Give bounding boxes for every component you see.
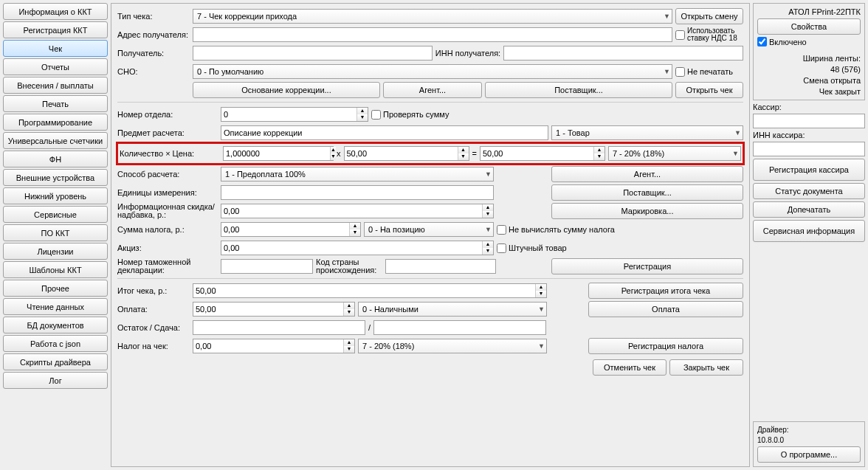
reg-total-button[interactable]: Регистрация итога чека [588,283,743,299]
sidebar-item-14[interactable]: Шаблоны ККТ [3,261,108,278]
check-sum-checkbox[interactable]: Проверять сумму [371,110,449,120]
service-info-button[interactable]: Сервисная информация [753,220,865,242]
close-check-button[interactable]: Закрыть чек [669,359,743,376]
chevron-down-icon: ▼ [732,150,739,157]
recipient-input[interactable] [193,46,433,61]
no-print-checkbox[interactable]: Не печатать [675,67,743,77]
tax-check-spinner[interactable]: ▲▼ [193,339,355,353]
sidebar-item-9[interactable]: Внешние устройства [3,169,108,186]
tape-width-value: 48 (576) [757,65,861,74]
sum-spinner[interactable]: ▲▼ [480,146,605,161]
cancel-check-button[interactable]: Отменить чек [593,359,666,376]
sidebar-item-7[interactable]: Универсальные счетчики [3,132,108,149]
customs-decl-input[interactable] [221,259,313,274]
inn-cashier-label: ИНН кассира: [753,131,865,139]
subject-type-combo[interactable]: 1 - Товар▼ [551,125,743,140]
chevron-down-icon: ▼ [734,129,741,136]
correction-basis-button[interactable]: Основание коррекции... [193,82,380,98]
check-type-combo[interactable]: 7 - Чек коррекции прихода▼ [193,9,672,24]
units-input[interactable] [221,185,494,200]
qty-price-label: Количество × Цена: [120,149,220,158]
enabled-checkbox[interactable]: Включено [757,37,861,46]
sidebar-item-2[interactable]: Чек [3,40,108,57]
change-right-input[interactable] [373,320,546,335]
sidebar-item-19[interactable]: Скрипты драйвера [3,353,108,370]
tax-pos-combo[interactable]: 0 - На позицию▼ [364,222,494,237]
sidebar-item-18[interactable]: Работа с json [3,335,108,352]
no-calc-tax-checkbox[interactable]: Не вычислять сумму налога [497,225,615,235]
price-spinner[interactable]: ▲▼ [344,146,469,161]
sidebar-item-10[interactable]: Нижний уровень [3,187,108,204]
excise-label: Акциз: [117,243,218,252]
inn-recipient-label: ИНН получателя: [435,49,500,58]
cashier-input[interactable] [753,114,865,128]
chevron-down-icon: ▼ [485,170,492,178]
tax-type-combo[interactable]: 7 - 20% (18%)▼ [358,339,547,353]
use-nds18-checkbox[interactable]: Использовать ставку НДС 18 [675,27,743,42]
registration-button[interactable]: Регистрация [551,258,743,274]
reg-cashier-button[interactable]: Регистрация кассира [753,159,865,181]
inn-cashier-input[interactable] [753,142,865,156]
sidebar-item-8[interactable]: ФН [3,151,108,167]
country-code-label: Код страны происхождения: [316,258,382,274]
change-label: Остаток / Сдача: [117,323,190,332]
sidebar-item-17[interactable]: БД документов [3,317,108,334]
recipient-label: Получатель: [117,49,190,58]
payment-spinner[interactable]: ▲▼ [193,302,355,317]
open-check-button[interactable]: Открыть чек [675,82,743,98]
about-button[interactable]: О программе... [757,446,861,463]
device-name: АТОЛ FPrint-22ПТК [757,7,861,16]
country-code-input[interactable] [385,259,496,274]
sidebar-item-0[interactable]: Информация о ККТ [3,3,108,20]
customs-decl-label: Номер таможенной декларации: [117,258,218,274]
change-left-input[interactable] [193,320,365,335]
recipient-addr-input[interactable] [193,27,672,42]
sidebar-item-11[interactable]: Сервисные [3,206,108,223]
marking-button[interactable]: Маркировка... [551,203,743,219]
sidebar-item-16[interactable]: Чтение данных [3,298,108,315]
inn-recipient-input[interactable] [503,46,743,61]
properties-button[interactable]: Свойства [757,18,861,35]
payment-button[interactable]: Оплата [588,301,743,317]
units-label: Единицы измерения: [117,188,218,197]
reprint-button[interactable]: Допечатать [753,201,865,218]
dept-spinner[interactable]: ▲▼ [221,107,368,122]
driver-version: 10.8.0.0 [757,436,861,444]
excise-spinner[interactable]: ▲▼ [221,241,494,255]
recipient-addr-label: Адрес получателя: [117,30,190,39]
qty-spinner[interactable]: ▲▼ [223,146,334,161]
payment-label: Оплата: [117,305,190,314]
check-status: Чек закрыт [757,87,861,96]
check-type-label: Тип чека: [117,12,190,21]
sidebar-item-12[interactable]: ПО ККТ [3,224,108,241]
chevron-down-icon: ▼ [664,68,670,75]
item-agent-button[interactable]: Агент... [551,166,743,182]
reg-tax-button[interactable]: Регистрация налога [588,338,743,354]
vat-combo[interactable]: 7 - 20% (18%)▼ [608,146,741,161]
agent-button[interactable]: Агент... [383,82,482,98]
total-spinner[interactable]: ▲▼ [193,283,547,298]
subject-input[interactable] [221,125,548,140]
sidebar-item-20[interactable]: Лог [3,372,108,389]
piece-goods-checkbox[interactable]: Штучный товар [497,243,567,253]
item-supplier-button[interactable]: Поставщик... [551,184,743,201]
doc-status-button[interactable]: Статус документа [753,183,865,199]
eq-label: = [472,149,477,158]
sno-combo[interactable]: 0 - По умолчанию▼ [193,64,672,79]
sno-label: СНО: [117,67,190,76]
supplier-button[interactable]: Поставщик... [485,82,672,98]
tape-width-label: Ширина ленты: [757,54,861,63]
open-shift-button[interactable]: Открыть смену [675,8,743,24]
sidebar-item-5[interactable]: Печать [3,95,108,112]
tax-sum-spinner[interactable]: ▲▼ [221,222,361,237]
sidebar-item-1[interactable]: Регистрация ККТ [3,21,108,38]
sidebar-item-3[interactable]: Отчеты [3,58,108,75]
sidebar-item-15[interactable]: Прочее [3,280,108,297]
sidebar-item-4[interactable]: Внесения / выплаты [3,77,108,94]
shift-status: Смена открыта [757,76,861,85]
info-discount-spinner[interactable]: ▲▼ [221,204,494,218]
payment-type-combo[interactable]: 0 - Наличными▼ [358,302,547,317]
calc-method-combo[interactable]: 1 - Предоплата 100%▼ [221,167,494,182]
sidebar-item-6[interactable]: Программирование [3,114,108,131]
sidebar-item-13[interactable]: Лицензии [3,243,108,260]
